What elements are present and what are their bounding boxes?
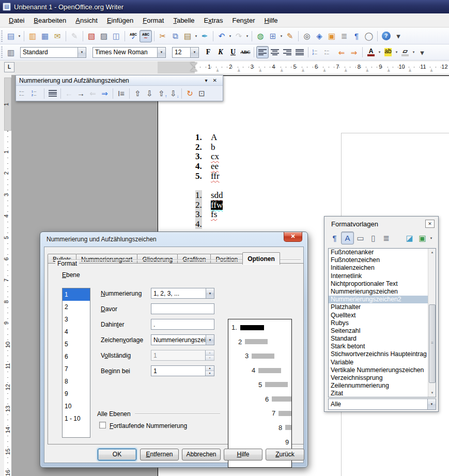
- close-icon[interactable]: ✕: [210, 78, 220, 83]
- align-center-button[interactable]: [269, 46, 281, 58]
- style-list-item[interactable]: Stark betont: [329, 343, 436, 350]
- scrollbar-thumb[interactable]: [429, 304, 436, 383]
- chevron-down-icon[interactable]: ▼: [190, 48, 198, 57]
- cancel-button[interactable]: Abbrechen: [182, 449, 221, 460]
- toolbar-grip[interactable]: [1, 30, 3, 42]
- highlighting-button[interactable]: ab: [382, 46, 394, 58]
- tab-optionen[interactable]: Optionen: [242, 252, 280, 265]
- align-justify-button[interactable]: [293, 46, 306, 58]
- page-preview-button[interactable]: ◫: [110, 30, 122, 42]
- style-list-item[interactable]: Nichtproportionaler Text: [329, 280, 436, 288]
- new-style-from-selection-button-dropdown-arrow[interactable]: ▾: [429, 232, 433, 244]
- insert-unnumbered-entry-button[interactable]: I≡: [115, 87, 127, 100]
- menu-item[interactable]: Tabelle: [168, 14, 199, 26]
- style-list-item[interactable]: Vertikale Nummerierungszeichen: [329, 366, 436, 374]
- font-color-button-dropdown-arrow[interactable]: ▾: [377, 46, 382, 58]
- print-button[interactable]: ▨: [98, 30, 110, 42]
- copy-button[interactable]: ⧉: [169, 30, 181, 42]
- underline-button[interactable]: U: [227, 46, 239, 58]
- highlighting-button-dropdown-arrow[interactable]: ▾: [394, 46, 399, 58]
- spellcheck-button[interactable]: ABC✓: [127, 30, 140, 42]
- style-list-item[interactable]: Fußnotenanker: [329, 249, 436, 256]
- demote-level-button[interactable]: →: [75, 87, 87, 100]
- spin-up-icon[interactable]: ▲: [206, 366, 214, 371]
- insert-table-button-dropdown-arrow[interactable]: ▾: [279, 30, 284, 42]
- level-item[interactable]: 1 - 10: [63, 412, 90, 425]
- background-color-button[interactable]: ▱: [399, 46, 411, 58]
- menu-item[interactable]: Extras: [199, 14, 228, 26]
- list-item[interactable]: 1.A: [195, 133, 220, 143]
- list-item[interactable]: 4.: [195, 220, 223, 229]
- toolbar-overflow-button[interactable]: ▾: [392, 30, 405, 42]
- list-item[interactable]: 2.b: [195, 143, 220, 152]
- style-list-item[interactable]: Variable: [329, 359, 436, 366]
- list-item[interactable]: 3.cx: [195, 152, 220, 162]
- scroll-up-icon[interactable]: ▲: [428, 249, 436, 256]
- style-list-item[interactable]: Rubys: [329, 319, 436, 327]
- menu-item[interactable]: Ansicht: [71, 14, 102, 26]
- style-list-item[interactable]: Nummerierungszeichen: [329, 288, 436, 296]
- level-item[interactable]: 10: [63, 400, 90, 412]
- ok-button[interactable]: OK: [98, 449, 136, 460]
- bold-button[interactable]: F: [202, 46, 214, 58]
- menu-item[interactable]: Bearbeiten: [29, 14, 71, 26]
- style-list-item[interactable]: Initialenzeichen: [329, 264, 436, 272]
- hyperlink-button[interactable]: ◍: [254, 30, 267, 42]
- style-list-item[interactable]: Fußnotenzeichen: [329, 256, 436, 264]
- new-document-button[interactable]: ▤: [5, 30, 17, 42]
- auto-spellcheck-button[interactable]: ABC∼: [140, 30, 152, 42]
- style-list-item[interactable]: Standard: [329, 335, 436, 343]
- formatting-marks-button[interactable]: ¶: [350, 30, 363, 42]
- data-sources-button[interactable]: ≣: [338, 30, 350, 42]
- move-up-with-subpoints-button[interactable]: ⇧↑: [156, 87, 167, 100]
- back-button[interactable]: Zurück: [266, 449, 304, 460]
- start-at-spinner[interactable]: 1 ▲▼: [151, 365, 214, 376]
- horizontal-ruler[interactable]: 1 123456789101112⊥⊥⊥⊥⊥⊥⊥⊥⊥⊥⊥: [14, 62, 449, 73]
- page-styles-button[interactable]: ▯: [367, 232, 380, 244]
- menu-item[interactable]: Hilfe: [260, 14, 283, 26]
- toolbar-overflow-button[interactable]: ▾: [416, 46, 428, 58]
- fill-format-mode-button[interactable]: ◪: [403, 232, 416, 244]
- help-button[interactable]: Hilfe: [224, 449, 262, 460]
- list-item[interactable]: 1.sdd: [195, 191, 223, 201]
- undo-button-dropdown-arrow[interactable]: ▾: [228, 30, 233, 42]
- frame-styles-button[interactable]: ▭: [354, 232, 367, 244]
- help-button[interactable]: ?: [380, 30, 392, 42]
- indent-marker[interactable]: [190, 63, 197, 71]
- numbered-list-2[interactable]: 1.sdd2.ffw3.fs4.: [195, 191, 223, 229]
- remove-button[interactable]: Entfernen: [140, 449, 179, 460]
- new-document-button-dropdown-arrow[interactable]: ▾: [17, 30, 22, 42]
- paragraph-styles-button[interactable]: ¶: [328, 232, 341, 244]
- list-styles-button[interactable]: ≣: [380, 232, 393, 244]
- navigator-button[interactable]: ◈: [313, 30, 326, 42]
- menu-item[interactable]: Format: [138, 14, 168, 26]
- chevron-down-icon[interactable]: ▼: [427, 399, 436, 409]
- find-replace-button[interactable]: ◎: [301, 30, 313, 42]
- list-item[interactable]: 4.ee: [195, 162, 220, 172]
- style-list-item[interactable]: Stichwortverzeichnis Haupteintrag: [329, 350, 436, 358]
- chevron-down-icon[interactable]: ▼: [157, 48, 165, 57]
- undo-button[interactable]: ↶: [215, 30, 228, 42]
- dialog-close-button[interactable]: ✕: [284, 232, 302, 242]
- bullets-on-off-button[interactable]: • —• —: [18, 87, 30, 100]
- style-list-item[interactable]: Seitenzahl: [329, 327, 436, 335]
- level-item[interactable]: 5: [63, 338, 90, 350]
- move-up-button[interactable]: ⇧: [132, 87, 144, 100]
- list-item[interactable]: 3.fs: [195, 210, 223, 220]
- toolbar-grip[interactable]: [1, 47, 3, 58]
- move-down-with-subpoints-button[interactable]: ⇩↓: [167, 87, 179, 100]
- font-size-select[interactable]: 12▼: [172, 47, 199, 58]
- style-list-item[interactable]: Zitat: [329, 390, 436, 397]
- draw-functions-button[interactable]: ✎: [284, 30, 296, 42]
- open-document-button[interactable]: ▥: [26, 30, 39, 42]
- level-item[interactable]: 4: [63, 326, 90, 338]
- chevron-down-icon[interactable]: ▼: [78, 48, 86, 57]
- style-list-item[interactable]: Nummerierungszeichen2: [329, 296, 436, 303]
- italic-button[interactable]: K: [214, 46, 227, 58]
- styles-window-button[interactable]: ▥: [5, 46, 17, 58]
- before-input[interactable]: [151, 303, 214, 314]
- zoom-button[interactable]: ◯: [363, 30, 375, 42]
- style-list-item[interactable]: Zeilennummerierung: [329, 382, 436, 390]
- menu-item[interactable]: Einfügen: [102, 14, 138, 26]
- font-name-select[interactable]: Times New Roman▼: [92, 47, 166, 58]
